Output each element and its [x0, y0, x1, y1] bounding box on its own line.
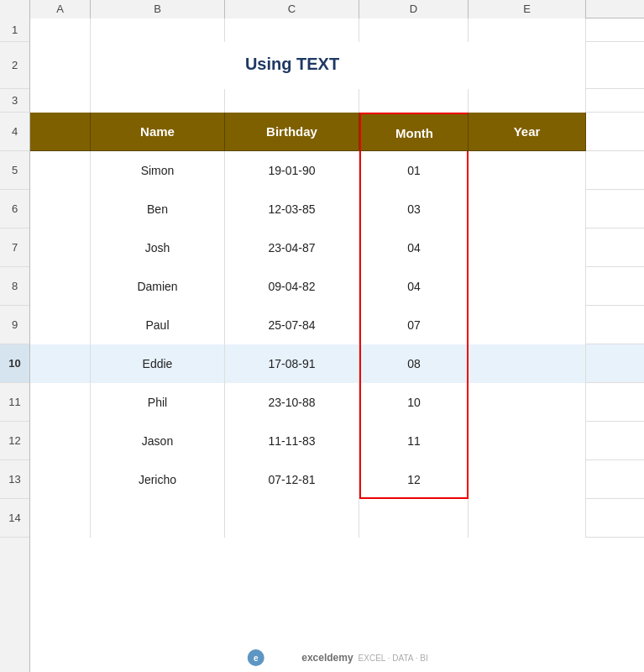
cell-a5[interactable]: [30, 151, 91, 190]
cell-c4-birthday[interactable]: Birthday: [225, 113, 359, 151]
col-header-c[interactable]: C: [225, 0, 359, 18]
row-num-13[interactable]: 13: [0, 460, 29, 499]
cell-d14[interactable]: [359, 499, 469, 538]
cell-c5[interactable]: 19-01-90: [225, 151, 359, 190]
cell-a7[interactable]: [30, 228, 91, 267]
row-13: Jericho 07-12-81 12: [30, 460, 644, 499]
row-num-4[interactable]: 4: [0, 113, 29, 151]
row-num-10[interactable]: 10: [0, 344, 29, 383]
cell-b6[interactable]: Ben: [91, 190, 225, 228]
cell-a2[interactable]: [30, 42, 91, 89]
cell-d1[interactable]: [359, 18, 469, 42]
cell-d10[interactable]: 08: [359, 344, 469, 383]
cell-d3[interactable]: [359, 89, 469, 113]
cell-c8[interactable]: 09-04-82: [225, 267, 359, 306]
row-14: [30, 499, 644, 538]
cell-c10[interactable]: 17-08-91: [225, 344, 359, 383]
cell-c6[interactable]: 12-03-85: [225, 190, 359, 228]
cell-d9[interactable]: 07: [359, 306, 469, 344]
row-num-8[interactable]: 8: [0, 267, 29, 306]
cell-e9[interactable]: [469, 306, 586, 344]
cell-c11[interactable]: 23-10-88: [225, 383, 359, 422]
row-5: Simon 19-01-90 01: [30, 151, 644, 190]
row-num-11[interactable]: 11: [0, 383, 29, 422]
cell-e11[interactable]: [469, 383, 586, 422]
col-header-e[interactable]: E: [469, 0, 586, 18]
cell-b4-name[interactable]: Name: [91, 113, 225, 151]
cell-c12[interactable]: 11-11-83: [225, 422, 359, 460]
cell-e13[interactable]: [469, 460, 586, 499]
row-12: Jason 11-11-83 11: [30, 422, 644, 460]
watermark: e exceldemy EXCEL · DATA · BI: [246, 648, 428, 667]
cell-a10[interactable]: [30, 344, 91, 383]
row-num-6[interactable]: 6: [0, 190, 29, 228]
cell-e12[interactable]: [469, 422, 586, 460]
cell-e1[interactable]: [469, 18, 586, 42]
cell-a9[interactable]: [30, 306, 91, 344]
cell-a1[interactable]: [30, 18, 91, 42]
cell-a3[interactable]: [30, 89, 91, 113]
cell-b12[interactable]: Jason: [91, 422, 225, 460]
cell-b14[interactable]: [91, 499, 225, 538]
spreadsheet-body: 1 2 3 4 5 6 7 8 9 10 11 12 13 14: [0, 18, 644, 672]
cell-a14[interactable]: [30, 499, 91, 538]
cell-d4-month[interactable]: Month: [359, 113, 469, 151]
row-num-7[interactable]: 7: [0, 228, 29, 267]
cell-b8[interactable]: Damien: [91, 267, 225, 306]
cell-a11[interactable]: [30, 383, 91, 422]
col-header-a[interactable]: A: [30, 0, 91, 18]
cell-b11[interactable]: Phil: [91, 383, 225, 422]
cell-c13[interactable]: 07-12-81: [225, 460, 359, 499]
col-header-d[interactable]: D: [359, 0, 469, 18]
cell-d8[interactable]: 04: [359, 267, 469, 306]
row-num-9[interactable]: 9: [0, 306, 29, 344]
cell-b13[interactable]: Jericho: [91, 460, 225, 499]
cell-e3[interactable]: [469, 89, 586, 113]
row-num-14[interactable]: 14: [0, 499, 29, 538]
cell-e5[interactable]: [469, 151, 586, 190]
cell-b10[interactable]: Eddie: [91, 344, 225, 383]
cell-a12[interactable]: [30, 422, 91, 460]
cell-d13[interactable]: 12: [359, 460, 469, 499]
cell-c1[interactable]: [225, 18, 359, 42]
row-7: Josh 23-04-87 04: [30, 228, 644, 267]
cell-d7[interactable]: 04: [359, 228, 469, 267]
cell-d6[interactable]: 03: [359, 190, 469, 228]
cell-b1[interactable]: [91, 18, 225, 42]
cell-c2[interactable]: Using TEXT Function: [225, 42, 359, 89]
cell-a13[interactable]: [30, 460, 91, 499]
row-num-5[interactable]: 5: [0, 151, 29, 190]
cell-a4[interactable]: [30, 113, 91, 151]
cell-a6[interactable]: [30, 190, 91, 228]
row-num-1[interactable]: 1: [0, 18, 29, 42]
row-num-12[interactable]: 12: [0, 422, 29, 460]
row-num-3[interactable]: 3: [0, 89, 29, 113]
cell-e8[interactable]: [469, 267, 586, 306]
svg-text:e: e: [253, 654, 258, 663]
cell-e14[interactable]: [469, 499, 586, 538]
cell-e7[interactable]: [469, 228, 586, 267]
cell-d5[interactable]: 01: [359, 151, 469, 190]
cell-d12[interactable]: 11: [359, 422, 469, 460]
cell-e10[interactable]: [469, 344, 586, 383]
cell-b3[interactable]: [91, 89, 225, 113]
cell-d2[interactable]: [359, 42, 469, 89]
corner-cell: [0, 0, 30, 18]
cell-b9[interactable]: Paul: [91, 306, 225, 344]
col-header-b[interactable]: B: [91, 0, 225, 18]
cell-e6[interactable]: [469, 190, 586, 228]
row-2: Using TEXT Function: [30, 42, 644, 89]
cell-c14[interactable]: [225, 499, 359, 538]
cell-c7[interactable]: 23-04-87: [225, 228, 359, 267]
row-4: Name Birthday Month Year: [30, 113, 644, 151]
cell-b7[interactable]: Josh: [91, 228, 225, 267]
cell-c3[interactable]: [225, 89, 359, 113]
cell-b2[interactable]: [91, 42, 225, 89]
cell-a8[interactable]: [30, 267, 91, 306]
cell-d11[interactable]: 10: [359, 383, 469, 422]
cell-e2[interactable]: [469, 42, 586, 89]
cell-b5[interactable]: Simon: [91, 151, 225, 190]
cell-c9[interactable]: 25-07-84: [225, 306, 359, 344]
row-num-2[interactable]: 2: [0, 42, 29, 89]
cell-e4-year[interactable]: Year: [469, 113, 586, 151]
